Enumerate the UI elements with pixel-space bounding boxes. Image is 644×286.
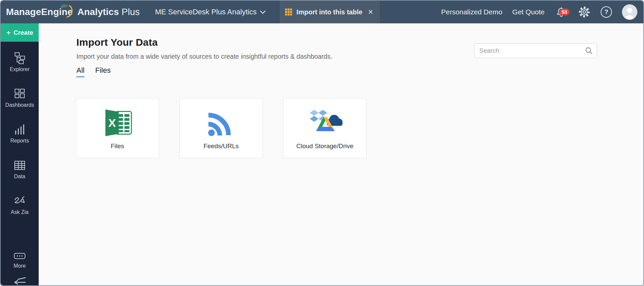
- dashboards-icon: [13, 87, 26, 100]
- sidebar-collapse-button[interactable]: [13, 277, 27, 286]
- sidebar-item-data[interactable]: Data: [1, 159, 39, 180]
- search-input[interactable]: [474, 43, 597, 58]
- brand-logo: ManageEngine Analytics Plus: [1, 7, 140, 17]
- cloud-storage-icon: [304, 98, 345, 138]
- sidebar-item-ask-zia[interactable]: Ask Zia: [1, 195, 39, 215]
- page-title: Import Your Data: [76, 37, 158, 48]
- card-files[interactable]: X Files: [76, 98, 159, 158]
- table-grid-icon: [285, 7, 292, 17]
- page-subtitle: Import your data from a wide variety of …: [76, 53, 332, 60]
- sidebar-item-label: Explorer: [10, 66, 30, 72]
- ask-zia-icon: [13, 195, 26, 207]
- tab-files[interactable]: Files: [95, 66, 110, 77]
- create-label: Create: [13, 29, 33, 36]
- brand-manageengine: ManageEngine: [6, 7, 73, 17]
- brand-analytics: Analytics: [77, 7, 119, 17]
- tab-all[interactable]: All: [76, 66, 84, 77]
- sidebar-item-reports[interactable]: Reports: [1, 123, 39, 144]
- gear-icon: [578, 6, 591, 18]
- chevron-down-icon: [260, 10, 266, 14]
- card-feeds-urls[interactable]: Feeds/URLs: [179, 98, 263, 158]
- sidebar-item-dashboards[interactable]: Dashboards: [1, 87, 39, 108]
- svg-text:X: X: [108, 116, 116, 129]
- import-source-cards: X Files Feeds/URLs: [76, 98, 367, 158]
- card-label: Cloud Storage/Drive: [296, 142, 353, 150]
- notifications-button[interactable]: 53: [555, 5, 568, 19]
- personalized-demo-link[interactable]: Personalized Demo: [441, 8, 502, 16]
- reports-icon: [13, 123, 26, 136]
- help-button[interactable]: ?: [601, 6, 612, 18]
- sidebar-item-label: Dashboards: [5, 102, 34, 108]
- rss-icon: [206, 98, 236, 138]
- tab-label: Import into this table: [296, 8, 363, 16]
- search-box: [474, 43, 597, 58]
- help-icon: ?: [601, 6, 612, 18]
- card-cloud-storage-drive[interactable]: Cloud Storage/Drive: [283, 98, 367, 158]
- tab-import-into-this-table[interactable]: Import into this table ✕: [279, 1, 380, 23]
- sidebar-item-label: Reports: [10, 138, 29, 144]
- workspace-name: ME ServiceDesk Plus Analytics: [155, 8, 256, 16]
- sidebar-item-more[interactable]: More: [1, 251, 39, 269]
- sidebar-nav: Explorer Dashboards Reports: [1, 42, 39, 284]
- source-filter-tabs: All Files: [76, 66, 111, 77]
- top-navbar: ManageEngine Analytics Plus ME ServiceDe…: [1, 1, 643, 23]
- collapse-arrow-icon: [13, 277, 27, 286]
- card-label: Feeds/URLs: [203, 142, 239, 150]
- main-content: Import Your Data Import your data from a…: [39, 23, 643, 285]
- close-icon[interactable]: ✕: [367, 7, 375, 17]
- search-icon: [585, 47, 593, 55]
- sidebar-item-label: More: [14, 263, 26, 269]
- settings-button[interactable]: [578, 6, 591, 18]
- more-icon: [13, 251, 26, 261]
- excel-icon: X: [101, 98, 134, 138]
- user-avatar[interactable]: [622, 4, 637, 20]
- workspace-switcher[interactable]: ME ServiceDesk Plus Analytics: [151, 1, 270, 23]
- brand-plus: Plus: [122, 7, 140, 17]
- explorer-icon: [13, 52, 26, 64]
- person-icon: [622, 4, 637, 20]
- card-label: Files: [111, 142, 124, 150]
- create-button[interactable]: + Create: [1, 23, 39, 42]
- app-window: ManageEngine Analytics Plus ME ServiceDe…: [0, 0, 644, 286]
- topbar-actions: Personalized Demo Get Quote 53 ?: [441, 4, 643, 20]
- sidebar-item-label: Data: [14, 174, 25, 180]
- left-sidebar: + Create Explorer Das: [1, 23, 39, 285]
- get-quote-link[interactable]: Get Quote: [512, 8, 545, 16]
- sidebar-item-explorer[interactable]: Explorer: [1, 52, 39, 72]
- sidebar-item-label: Ask Zia: [11, 209, 28, 215]
- data-icon: [13, 159, 26, 172]
- notification-count-badge: 53: [559, 9, 570, 15]
- plus-icon: +: [6, 29, 11, 37]
